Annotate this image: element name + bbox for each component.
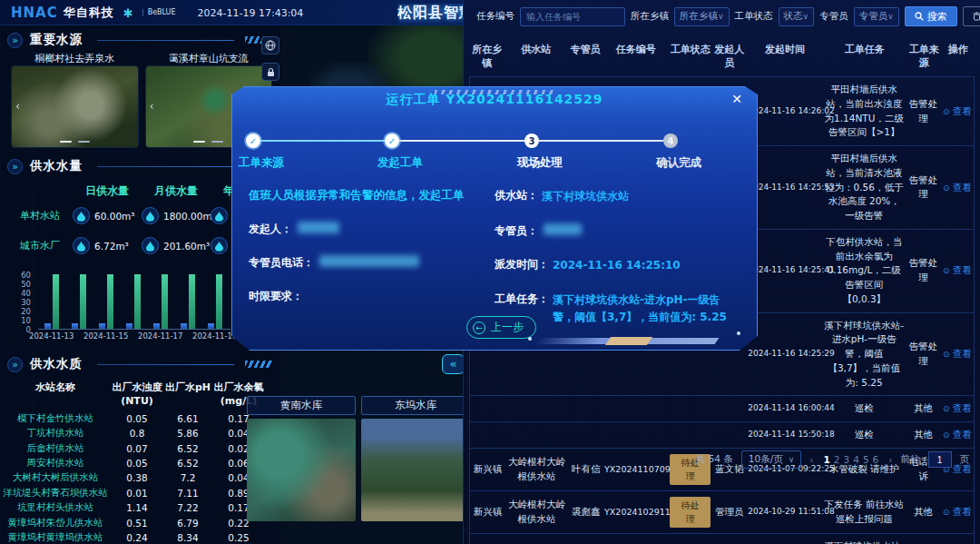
task-no-input[interactable] xyxy=(520,7,625,26)
globe-icon[interactable] xyxy=(261,36,279,54)
work-order-row[interactable]: 2024-11-14 16:00:44巡检其他 ⊙ 查看 xyxy=(470,395,974,421)
station-name-link[interactable]: 大树村大树后供水站 xyxy=(0,471,111,484)
carousel-prev-icon[interactable]: ‹ xyxy=(15,99,20,113)
view-link[interactable]: ⊙ 查看 xyxy=(943,506,972,517)
eye-icon: ⊙ xyxy=(943,350,950,359)
quality-row[interactable]: 大树村大树后供水站 0.387.20.04 xyxy=(0,470,281,485)
carousel-indicator[interactable] xyxy=(12,141,138,143)
y-tick-label: 60 xyxy=(5,271,31,280)
view-link[interactable]: ⊙ 查看 xyxy=(943,182,972,193)
quality-row[interactable]: 后畲村供水站 0.076.520.02 xyxy=(0,440,281,455)
volume-value-cell: 1800.00m³ xyxy=(142,207,211,224)
dash-decoration xyxy=(435,90,554,94)
camera-name: 桐榔村社去弄泉水 xyxy=(11,52,139,65)
column-header: 工单状态 xyxy=(669,43,711,70)
prev-page-button[interactable]: ‹ xyxy=(809,454,813,465)
camera-card[interactable]: 桐榔村社去弄泉水 ‹ xyxy=(11,52,139,148)
droplet-icon xyxy=(142,237,159,254)
total-count: 共 54 条 xyxy=(696,453,733,466)
collapse-panel-button[interactable]: « xyxy=(442,354,465,374)
quality-row[interactable]: 模下村金竹供水站 0.056.610.17 xyxy=(0,411,281,426)
view-link[interactable]: ⊙ 查看 xyxy=(943,429,972,440)
search-button[interactable]: 搜索 xyxy=(905,6,957,26)
station-name-link[interactable]: 洋坑堤头村青石坝供水站 xyxy=(0,487,111,499)
per-page-select[interactable]: 10条/页∨ xyxy=(741,450,802,469)
step-circle: ✓ xyxy=(385,134,399,148)
beblue-logo: BeBLUE xyxy=(142,9,176,17)
volume-value-cell: 60.00m³ xyxy=(73,207,142,224)
previous-step-button[interactable]: ← 上一步 xyxy=(466,316,536,339)
quality-row[interactable]: 黄墇坞村黄墇坞供水站 0.248.340.25 xyxy=(0,530,281,544)
page-number[interactable]: 4 xyxy=(851,454,861,465)
modal-field: 派发时间：2024-11-16 14:25:10 xyxy=(495,257,731,274)
order-description: 值班人员根据异常和告警的信息，发起工单 xyxy=(249,188,485,203)
bar-village xyxy=(53,274,59,329)
lock-icon[interactable] xyxy=(261,63,279,81)
arrow-badge-icon: » xyxy=(7,357,23,372)
bar-city xyxy=(44,323,51,329)
station-type-label: 城市水厂 xyxy=(7,239,73,252)
y-tick-label: 40 xyxy=(5,289,31,298)
quality-row[interactable]: 洋坑堤头村青石坝供水站 0.017.110.89 xyxy=(0,486,281,500)
quality-row[interactable]: 坑里村村头供水站 1.147.220.17 xyxy=(0,500,281,515)
pagination: 共 54 条 10条/页∨ ‹ 123456 › 前往 页 xyxy=(464,450,969,469)
dashboard-root: HNAC 华自科技 ✱ BeBLUE 2024-11-19 17:43:04 松… xyxy=(0,0,980,544)
page-number[interactable]: 2 xyxy=(832,454,842,465)
next-page-button[interactable]: › xyxy=(888,454,892,465)
station-name-link[interactable]: 黄墇坞村朱岱儿供水站 xyxy=(0,517,111,529)
work-order-row[interactable]: 樟溪乡溪下村球坑供水站徐根生 YX20241024224708待处理管理员 20… xyxy=(470,533,974,544)
section-title: 供水水量 xyxy=(30,158,83,174)
work-order-modal: 运行工单 YX20241116142529 ✕ ✓ 工单来源 ✓ 发起工单 3 … xyxy=(231,86,758,351)
quality-row[interactable]: 周安村供水站 0.056.520.06 xyxy=(0,456,281,470)
quality-row[interactable]: 黄墇坞村朱岱儿供水站 0.516.790.22 xyxy=(0,515,281,529)
step-label: 工单来源 xyxy=(239,155,284,171)
work-order-row[interactable]: 新兴镇大岭根村大岭根供水站裘彪鑫 YX20241029115107待处理管理员 … xyxy=(470,490,974,533)
station-name-link[interactable]: 后畲村供水站 xyxy=(0,442,111,455)
reservoir-photo xyxy=(247,419,356,521)
page-number[interactable]: 5 xyxy=(861,454,871,465)
view-link[interactable]: ⊙ 查看 xyxy=(943,105,972,116)
company-name: 华自科技 xyxy=(64,5,114,21)
quality-row[interactable]: 丁坑村供水站 0.85.860.04 xyxy=(0,426,281,440)
task-no-label: 任务编号 xyxy=(476,10,514,23)
y-tick-label: 0 xyxy=(5,325,31,334)
reservoir-photo xyxy=(361,419,470,521)
station-name-link[interactable]: 坑里村村头供水站 xyxy=(0,501,111,514)
camera-image: ‹ xyxy=(11,65,139,148)
view-link[interactable]: ⊙ 查看 xyxy=(943,402,972,413)
view-link[interactable]: ⊙ 查看 xyxy=(943,348,972,359)
close-icon[interactable]: ✕ xyxy=(731,93,742,105)
reservoir-tab[interactable]: 东坞水库 xyxy=(361,396,470,415)
bar-group xyxy=(147,274,174,329)
bar-group xyxy=(38,274,65,329)
station-name-link[interactable]: 周安村供水站 xyxy=(0,457,111,470)
status-select[interactable]: 状态∨ xyxy=(779,7,815,26)
reservoir-tab[interactable]: 黄南水库 xyxy=(247,396,356,415)
divider xyxy=(97,364,234,365)
station-name-link[interactable]: 黄墇坞村黄墇坞供水站 xyxy=(0,531,111,544)
page-number[interactable]: 6 xyxy=(871,454,881,465)
step-circle: 3 xyxy=(524,134,539,148)
dot-decoration xyxy=(737,331,740,335)
page-number[interactable]: 3 xyxy=(842,454,852,465)
manager-select[interactable]: 专管员∨ xyxy=(854,7,899,26)
reservoir-section: 黄南水库东坞水库 xyxy=(247,396,470,521)
page-number[interactable]: 1 xyxy=(822,454,832,465)
clear-button[interactable]: 清空 xyxy=(963,6,980,26)
carousel-prev-icon[interactable]: ‹ xyxy=(150,99,154,113)
bar-group xyxy=(120,274,147,329)
y-tick-label: 50 xyxy=(5,280,31,289)
volume-column-header: 月供水量 xyxy=(142,183,211,199)
town-select[interactable]: 所在乡镇∨ xyxy=(674,7,730,26)
column-header: 操作 xyxy=(942,43,975,70)
droplet-icon xyxy=(73,207,90,224)
column-header: 工单任务 xyxy=(823,43,906,70)
eye-icon: ⊙ xyxy=(943,266,950,275)
modal-left-column: 值班人员根据异常和告警的信息，发起工单 发起人： 专管员电话： 时限要求： xyxy=(249,188,495,343)
work-order-row[interactable]: 2024-11-14 15:50:18巡检其他 ⊙ 查看 xyxy=(470,421,974,448)
redacted-value xyxy=(319,255,419,267)
station-name-link[interactable]: 丁坑村供水站 xyxy=(0,427,111,440)
view-link[interactable]: ⊙ 查看 xyxy=(943,264,972,275)
goto-page-input[interactable] xyxy=(928,451,952,468)
station-name-link[interactable]: 模下村金竹供水站 xyxy=(0,412,111,425)
